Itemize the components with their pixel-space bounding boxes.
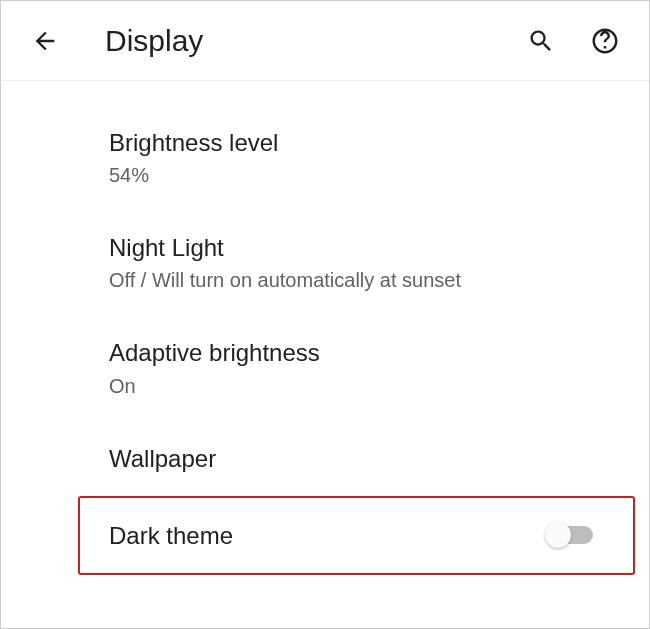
- setting-wallpaper[interactable]: Wallpaper: [1, 421, 649, 496]
- page-title: Display: [105, 24, 521, 58]
- setting-text: Wallpaper: [109, 443, 649, 474]
- setting-label: Dark theme: [109, 520, 545, 551]
- setting-text: Brightness level 54%: [109, 127, 649, 188]
- setting-adaptive-brightness[interactable]: Adaptive brightness On: [1, 315, 649, 420]
- setting-label: Wallpaper: [109, 443, 649, 474]
- search-button[interactable]: [521, 21, 561, 61]
- back-button[interactable]: [25, 21, 65, 61]
- header-actions: [521, 21, 625, 61]
- setting-value: Off / Will turn on automatically at suns…: [109, 267, 649, 293]
- dark-theme-toggle[interactable]: [545, 521, 601, 549]
- setting-brightness[interactable]: Brightness level 54%: [1, 105, 649, 210]
- settings-list: Brightness level 54% Night Light Off / W…: [1, 81, 649, 575]
- setting-label: Brightness level: [109, 127, 649, 158]
- setting-text: Dark theme: [109, 520, 545, 551]
- setting-dark-theme[interactable]: Dark theme: [78, 496, 635, 575]
- setting-label: Adaptive brightness: [109, 337, 649, 368]
- help-button[interactable]: [585, 21, 625, 61]
- toggle-thumb: [545, 522, 571, 548]
- search-icon: [527, 27, 555, 55]
- setting-night-light[interactable]: Night Light Off / Will turn on automatic…: [1, 210, 649, 315]
- setting-value: On: [109, 373, 649, 399]
- setting-label: Night Light: [109, 232, 649, 263]
- setting-value: 54%: [109, 162, 649, 188]
- setting-text: Adaptive brightness On: [109, 337, 649, 398]
- header: Display: [1, 1, 649, 81]
- setting-text: Night Light Off / Will turn on automatic…: [109, 232, 649, 293]
- help-icon: [590, 26, 620, 56]
- arrow-back-icon: [31, 27, 59, 55]
